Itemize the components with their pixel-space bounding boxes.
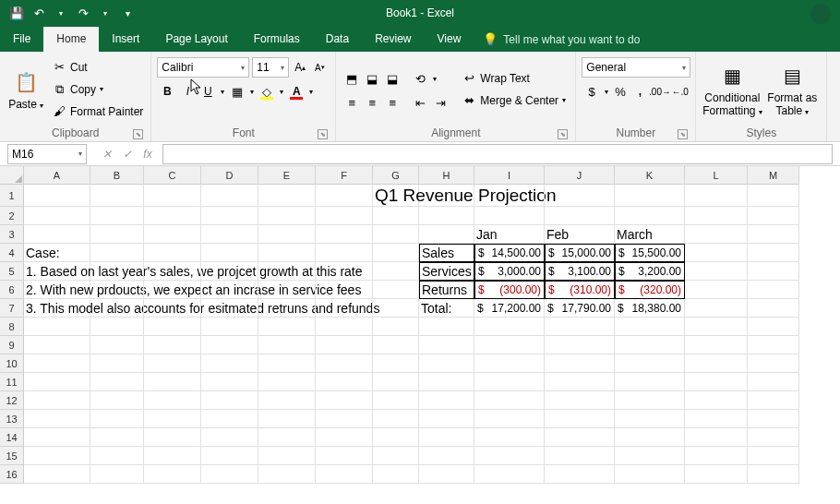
- percent-format-icon[interactable]: %: [610, 81, 630, 102]
- redo-more-icon[interactable]: ▾: [94, 2, 116, 24]
- customize-qat-icon[interactable]: ▾: [116, 2, 138, 24]
- save-icon[interactable]: 💾: [6, 2, 28, 24]
- cell-A1[interactable]: [24, 185, 90, 207]
- cell-J2[interactable]: [545, 207, 615, 225]
- copy-button[interactable]: ⧉Copy ▾: [50, 79, 145, 100]
- col-header-G[interactable]: G: [373, 166, 419, 185]
- cell-J16[interactable]: [545, 465, 615, 484]
- cell-C9[interactable]: [144, 336, 201, 354]
- cell-I9[interactable]: [474, 336, 545, 354]
- cell-J7[interactable]: $17,790.00: [545, 299, 615, 318]
- cell-H15[interactable]: [419, 447, 474, 465]
- cell-G12[interactable]: [373, 391, 419, 410]
- cell-K9[interactable]: [615, 336, 685, 354]
- fill-color-button[interactable]: ◇: [257, 81, 277, 102]
- cell-F15[interactable]: [316, 447, 373, 465]
- alignment-dialog-launcher-icon[interactable]: ⬊: [558, 129, 568, 139]
- italic-button[interactable]: I: [177, 81, 198, 102]
- decrease-indent-icon[interactable]: ⇤: [410, 93, 430, 114]
- cell-A9[interactable]: [24, 336, 90, 354]
- number-dialog-launcher-icon[interactable]: ⬊: [678, 129, 688, 139]
- cell-J13[interactable]: [545, 410, 615, 428]
- cell-D1[interactable]: [201, 185, 258, 207]
- cell-M3[interactable]: [748, 225, 799, 244]
- tab-review[interactable]: Review: [362, 27, 424, 52]
- col-header-F[interactable]: F: [316, 166, 373, 185]
- cell-M2[interactable]: [748, 207, 799, 225]
- row-header-10[interactable]: 10: [0, 354, 24, 373]
- cell-G7[interactable]: [373, 299, 419, 318]
- cell-H5[interactable]: Services: [419, 262, 474, 281]
- cell-K5[interactable]: $3,200.00: [615, 262, 685, 281]
- cell-M4[interactable]: [748, 244, 799, 262]
- cell-A8[interactable]: [24, 318, 90, 336]
- formula-input[interactable]: [162, 144, 833, 164]
- cell-M8[interactable]: [748, 318, 799, 336]
- cell-I14[interactable]: [474, 428, 545, 447]
- cell-E2[interactable]: [258, 207, 316, 225]
- cell-E15[interactable]: [258, 447, 316, 465]
- cell-D2[interactable]: [201, 207, 258, 225]
- cell-K12[interactable]: [615, 391, 685, 410]
- row-header-8[interactable]: 8: [0, 318, 24, 336]
- cell-L3[interactable]: [685, 225, 748, 244]
- cell-I12[interactable]: [474, 391, 545, 410]
- cell-F13[interactable]: [316, 410, 373, 428]
- wrap-text-button[interactable]: ↩Wrap Text: [460, 68, 568, 89]
- cell-G2[interactable]: [373, 207, 419, 225]
- cell-E13[interactable]: [258, 410, 316, 428]
- cell-L1[interactable]: [685, 185, 748, 207]
- cell-E9[interactable]: [258, 336, 316, 354]
- cell-B9[interactable]: [90, 336, 144, 354]
- enter-formula-icon[interactable]: ✓: [118, 145, 137, 163]
- increase-indent-icon[interactable]: ⇥: [430, 93, 450, 114]
- underline-more-icon[interactable]: ▾: [218, 81, 227, 102]
- cancel-formula-icon[interactable]: ✕: [98, 145, 116, 163]
- cell-B11[interactable]: [90, 373, 144, 391]
- decrease-font-icon[interactable]: A▾: [311, 57, 328, 78]
- cell-C4[interactable]: [144, 244, 201, 262]
- cell-C11[interactable]: [144, 373, 201, 391]
- cell-D9[interactable]: [201, 336, 258, 354]
- row-header-5[interactable]: 5: [0, 262, 24, 281]
- cell-G10[interactable]: [373, 354, 419, 373]
- cell-I16[interactable]: [474, 465, 545, 484]
- align-right-icon[interactable]: ≡: [382, 93, 402, 114]
- cell-C12[interactable]: [144, 391, 201, 410]
- cell-I7[interactable]: $17,200.00: [474, 299, 545, 318]
- cell-H4[interactable]: Sales: [419, 244, 474, 262]
- cell-I13[interactable]: [474, 410, 545, 428]
- row-header-1[interactable]: 1: [0, 185, 24, 207]
- cell-M15[interactable]: [748, 447, 799, 465]
- cell-H7[interactable]: Total:: [419, 299, 474, 318]
- align-middle-icon[interactable]: ⬓: [362, 69, 382, 90]
- align-center-icon[interactable]: ≡: [362, 93, 382, 114]
- cell-E5[interactable]: [258, 262, 316, 281]
- cell-M12[interactable]: [748, 391, 799, 410]
- cell-B6[interactable]: [90, 281, 144, 299]
- cell-F2[interactable]: [316, 207, 373, 225]
- col-header-A[interactable]: A: [24, 166, 90, 185]
- font-size-combo[interactable]: 11▾: [252, 57, 289, 78]
- cell-A3[interactable]: [24, 225, 90, 244]
- cell-I10[interactable]: [474, 354, 545, 373]
- cell-L12[interactable]: [685, 391, 748, 410]
- cell-J8[interactable]: [545, 318, 615, 336]
- cell-E16[interactable]: [258, 465, 316, 484]
- cell-J15[interactable]: [545, 447, 615, 465]
- underline-button[interactable]: U: [198, 81, 218, 102]
- cell-K16[interactable]: [615, 465, 685, 484]
- row-header-6[interactable]: 6: [0, 281, 24, 299]
- row-header-13[interactable]: 13: [0, 410, 24, 428]
- cell-K6[interactable]: $(320.00): [615, 281, 685, 299]
- cell-K14[interactable]: [615, 428, 685, 447]
- col-header-C[interactable]: C: [144, 166, 201, 185]
- align-bottom-icon[interactable]: ⬓: [382, 69, 402, 90]
- cell-C8[interactable]: [144, 318, 201, 336]
- cell-E8[interactable]: [258, 318, 316, 336]
- cell-J6[interactable]: $(310.00): [545, 281, 615, 299]
- font-dialog-launcher-icon[interactable]: ⬊: [318, 129, 328, 139]
- cell-L10[interactable]: [685, 354, 748, 373]
- cell-F11[interactable]: [316, 373, 373, 391]
- cell-H2[interactable]: [419, 207, 474, 225]
